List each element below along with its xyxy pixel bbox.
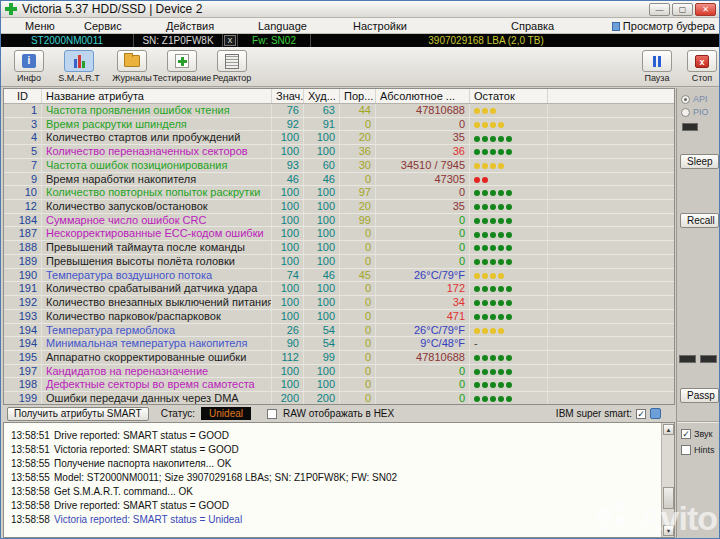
header-value[interactable]: Знач... bbox=[272, 89, 304, 103]
info-icon: i bbox=[22, 54, 36, 68]
stop-icon: x bbox=[695, 55, 709, 68]
health-dots bbox=[470, 159, 548, 172]
window-title: Victoria 5.37 HDD/SSD | Device 2 bbox=[22, 2, 202, 16]
health-dots bbox=[470, 104, 548, 117]
maximize-button[interactable]: ▢ bbox=[672, 3, 693, 16]
info-button[interactable]: i Инфо bbox=[6, 50, 52, 85]
scroll-up-icon[interactable]: ▲ bbox=[663, 424, 674, 435]
testing-button[interactable]: Тестирование bbox=[159, 50, 205, 85]
health-dots bbox=[470, 365, 548, 378]
status-label: Статус: bbox=[161, 408, 195, 419]
right-panel: API PIO Sleep Recall Passp ✓ Звук Hints bbox=[676, 88, 720, 539]
recall-button[interactable]: Recall bbox=[680, 213, 719, 228]
table-row[interactable]: 4Количество стартов или пробуждений10010… bbox=[4, 131, 674, 145]
menu-item-actions[interactable]: Действия bbox=[162, 19, 218, 33]
minimize-button[interactable]: — bbox=[649, 3, 670, 16]
header-worst[interactable]: Худ... bbox=[304, 89, 340, 103]
table-row[interactable]: 191Количество срабатываний датчика удара… bbox=[4, 282, 674, 296]
menu-bar: Меню Сервис Действия Language Настройки … bbox=[1, 18, 719, 34]
editor-button[interactable]: Редактор bbox=[209, 50, 255, 85]
smart-controls: Получить атрибуты SMART Статус: Unideal … bbox=[3, 406, 675, 421]
menu-item-language[interactable]: Language bbox=[254, 19, 311, 33]
close-button[interactable]: ✕ bbox=[695, 3, 716, 16]
device-serial: SN: Z1P0FW8K bbox=[134, 34, 223, 47]
header-id[interactable]: ID bbox=[4, 89, 42, 103]
stop-button-label: Стоп bbox=[692, 73, 712, 83]
table-row[interactable]: 189Превышения высоты полёта головки10010… bbox=[4, 255, 674, 269]
status-badge: Unideal bbox=[201, 407, 251, 420]
hints-checkbox-label: Hints bbox=[694, 445, 715, 455]
health-dots bbox=[470, 145, 548, 158]
menu-item-buffer-view[interactable]: Просмотр буфера bbox=[612, 19, 715, 33]
header-absolute[interactable]: Абсолютное ... bbox=[376, 89, 470, 103]
header-filler bbox=[548, 89, 674, 103]
scroll-down-icon[interactable]: ▼ bbox=[663, 525, 674, 536]
smart-table-header: ID Название атрибута Знач... Худ... Пор.… bbox=[4, 89, 674, 104]
health-dots bbox=[470, 131, 548, 144]
journals-button[interactable]: Журналы bbox=[109, 50, 155, 85]
table-row[interactable]: 199Ошибки передачи данных через DMA20020… bbox=[4, 392, 674, 405]
table-row[interactable]: 195Аппаратно скорректированные ошибки112… bbox=[4, 351, 674, 365]
table-row[interactable]: 193Количество парковок/распарковок100100… bbox=[4, 310, 674, 324]
header-name[interactable]: Название атрибута bbox=[42, 89, 272, 103]
stop-button[interactable]: x Стоп bbox=[679, 50, 720, 85]
app-icon bbox=[5, 3, 17, 15]
table-row[interactable]: 9Время наработки накопителя4646047305 bbox=[4, 173, 674, 187]
menu-item-help[interactable]: Справка bbox=[507, 19, 558, 33]
api-radio[interactable]: API bbox=[681, 94, 708, 104]
menu-item-menu[interactable]: Меню bbox=[21, 19, 59, 33]
sleep-button[interactable]: Sleep bbox=[680, 154, 719, 169]
table-row[interactable]: 7Частота ошибок позиционирования93603034… bbox=[4, 159, 674, 173]
health-dots bbox=[470, 310, 548, 323]
buffer-view-label: Просмотр буфера bbox=[623, 19, 715, 33]
table-row[interactable]: 192Количество внезапных выключений питан… bbox=[4, 296, 674, 310]
menu-item-settings[interactable]: Настройки bbox=[349, 19, 411, 33]
log-line: 13:58:51Drive reported: SMART status = G… bbox=[4, 429, 674, 443]
device-close-button[interactable]: x bbox=[223, 34, 238, 47]
toolbar: i Инфо S.M.A.R.T Журналы Тестирование Ре… bbox=[1, 47, 719, 87]
passp-button[interactable]: Passp bbox=[680, 388, 719, 403]
pause-button[interactable]: Пауза bbox=[634, 50, 680, 85]
led-indicator bbox=[682, 123, 698, 131]
device-firmware: Fw: SN02 bbox=[238, 34, 311, 47]
scroll-thumb[interactable] bbox=[663, 487, 674, 509]
pio-radio[interactable]: PIO bbox=[681, 107, 709, 117]
hints-checkbox[interactable]: Hints bbox=[681, 445, 715, 455]
table-row[interactable]: 194Минимальная температура накопителя905… bbox=[4, 337, 674, 351]
pio-radio-label: PIO bbox=[693, 107, 709, 117]
smart-button[interactable]: S.M.A.R.T bbox=[56, 50, 102, 85]
table-row[interactable]: 198Дефектные секторы во время самотеста1… bbox=[4, 378, 674, 392]
health-dots bbox=[470, 173, 548, 186]
table-row[interactable]: 3Время раскрутки шпинделя929100 bbox=[4, 118, 674, 132]
editor-grid-icon bbox=[225, 54, 239, 69]
ibm-smart-checkbox[interactable]: ✓ bbox=[636, 409, 646, 419]
table-row[interactable]: 194Температура гермоблока2654026°C/79°F bbox=[4, 324, 674, 338]
panel-divider bbox=[677, 421, 720, 422]
table-row[interactable]: 5Количество переназначенных секторов1001… bbox=[4, 145, 674, 159]
table-row[interactable]: 187Нескорректированные ECC-кодом ошибки1… bbox=[4, 227, 674, 241]
table-row[interactable]: 184Суммарное число ошибок CRC100100990 bbox=[4, 214, 674, 228]
header-health[interactable]: Остаток bbox=[470, 89, 548, 103]
table-row[interactable]: 188Превышений таймаута после команды1001… bbox=[4, 241, 674, 255]
health-dots bbox=[470, 296, 548, 309]
test-cross-icon bbox=[175, 54, 189, 68]
log-line: 13:58:58Get S.M.A.R.T. command... OK bbox=[4, 485, 674, 499]
api-radio-label: API bbox=[693, 94, 708, 104]
sound-checkbox-label: Звук bbox=[694, 429, 712, 439]
header-threshold[interactable]: Пор... bbox=[340, 89, 376, 103]
smart-table: ID Название атрибута Знач... Худ... Пор.… bbox=[3, 88, 675, 405]
log-scrollbar[interactable]: ▲ ▼ bbox=[661, 423, 674, 537]
get-smart-button[interactable]: Получить атрибуты SMART bbox=[7, 407, 149, 421]
menu-item-service[interactable]: Сервис bbox=[80, 19, 126, 33]
health-dots bbox=[470, 118, 548, 131]
table-row[interactable]: 190Температура воздушного потока74464526… bbox=[4, 269, 674, 283]
table-row[interactable]: 1Частота проявления ошибок чтения7663444… bbox=[4, 104, 674, 118]
table-row[interactable]: 197Кандидатов на переназначение10010000 bbox=[4, 365, 674, 379]
health-dots bbox=[470, 378, 548, 391]
raw-hex-checkbox[interactable] bbox=[267, 409, 277, 419]
table-row[interactable]: 10Количество повторных попыток раскрутки… bbox=[4, 186, 674, 200]
pause-button-label: Пауза bbox=[644, 73, 669, 83]
table-row[interactable]: 12Количество запусков/остановок100100203… bbox=[4, 200, 674, 214]
sound-checkbox[interactable]: ✓ Звук bbox=[681, 429, 712, 439]
log-line: 13:58:55Получение паспорта накопителя...… bbox=[4, 457, 674, 471]
